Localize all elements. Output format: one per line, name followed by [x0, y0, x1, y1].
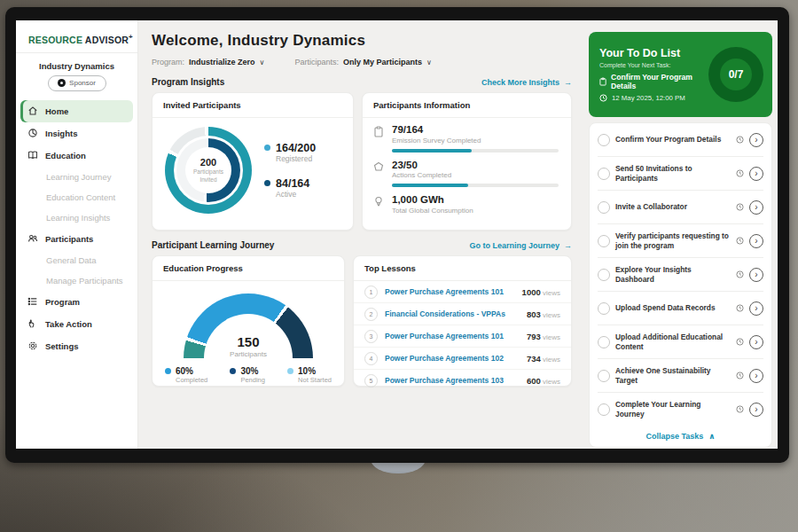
checkbox[interactable]: [598, 269, 610, 281]
participants-information-card: Participants Information 79/164 Emission…: [362, 92, 572, 231]
chevron-right-icon[interactable]: ›: [749, 234, 763, 248]
checkbox[interactable]: [598, 201, 610, 214]
todo-item-achieve-target[interactable]: Achieve One Sustainability Target ›: [598, 359, 763, 393]
arrow-right-icon: →: [564, 241, 572, 250]
collapse-label: Collapse Tasks: [645, 432, 703, 441]
monitor-bezel: RESOURCE ADVISOR+ Industry Dynamics Spon…: [5, 7, 789, 463]
checkbox[interactable]: [598, 134, 610, 146]
todo-item-invite-collaborator[interactable]: Invite a Collaborator ›: [598, 191, 763, 224]
program-filter-label: Program:: [152, 58, 184, 66]
chevron-right-icon[interactable]: ›: [749, 133, 763, 147]
sidebar-item-education-content[interactable]: Education Content: [16, 187, 137, 207]
education-icon: [27, 150, 38, 160]
legend-item: 10% Not Started: [287, 366, 332, 384]
todo-item-explore-insights[interactable]: Explore Your Insights Dashboard ›: [598, 258, 763, 292]
clock-icon: [736, 237, 744, 245]
todo-item-complete-learning-journey[interactable]: Complete Your Learning Journey ›: [598, 393, 763, 426]
card-title: Invited Participants: [153, 93, 353, 118]
clock-icon: [599, 94, 607, 102]
lesson-link[interactable]: Power Purchase Agreements 103: [385, 376, 520, 385]
todo-list-card: Confirm Your Program Details › Send 50 I…: [589, 122, 772, 448]
section-title: Participant Learning Journey: [152, 240, 274, 250]
sidebar-nav: Home Insights Education Learning Journey…: [16, 100, 137, 357]
todo-next-task: Confirm Your Program Details: [611, 73, 708, 90]
sponsor-label: Sponsor: [69, 79, 96, 87]
top-lessons-card: Top Lessons 1 Power Purchase Agreements …: [353, 255, 572, 387]
todo-title: Your To Do List: [599, 47, 708, 59]
sidebar-item-label: Settings: [45, 341, 78, 351]
chevron-right-icon[interactable]: ›: [749, 403, 763, 417]
survey-icon: [373, 124, 385, 153]
metric-row: 1,000 GWh Total Global Consumption: [373, 194, 559, 215]
legend-label: Not Started: [298, 376, 332, 384]
chevron-right-icon[interactable]: ›: [749, 301, 763, 316]
education-progress-card: Education Progress 150 Participants 60%: [152, 255, 345, 387]
sidebar-item-home[interactable]: Home: [20, 100, 133, 122]
sidebar-item-manage-participants[interactable]: Manage Participants: [16, 270, 137, 291]
lesson-link[interactable]: Power Purchase Agreements 102: [385, 354, 520, 363]
checkbox[interactable]: [598, 336, 610, 348]
metric-value: 79/164: [392, 124, 559, 136]
todo-item-label: Achieve One Sustainability Target: [615, 366, 731, 385]
lesson-link[interactable]: Power Purchase Agreements 101: [385, 332, 520, 340]
section-title: Program Insights: [152, 77, 224, 87]
todo-item-upload-educational-content[interactable]: Upload Additional Educational Content ›: [598, 325, 763, 359]
card-title: Education Progress: [153, 256, 344, 281]
todo-item-label: Upload Spend Data Records: [615, 303, 731, 313]
donut-center-label: Participants Invited: [185, 168, 231, 183]
sponsor-icon: [58, 79, 66, 87]
lesson-views: 793: [527, 332, 541, 341]
metric-row: 79/164 Emission Survey Completed: [373, 124, 559, 153]
chevron-down-icon: ∨: [426, 59, 432, 66]
clock-icon: [736, 405, 744, 413]
lesson-rank: 3: [364, 330, 378, 343]
todo-item-upload-spend-data[interactable]: Upload Spend Data Records ›: [598, 292, 763, 325]
views-suffix: views: [543, 356, 560, 364]
sidebar-item-participants[interactable]: Participants: [16, 228, 137, 250]
lesson-link[interactable]: Financial Considerations - VPPAs: [385, 309, 520, 318]
sidebar-item-insights[interactable]: Insights: [16, 122, 137, 145]
chevron-right-icon[interactable]: ›: [749, 167, 763, 181]
lesson-views: 600: [527, 376, 541, 386]
checkbox[interactable]: [598, 370, 610, 382]
lesson-row: 4 Power Purchase Agreements 102 734 view…: [354, 348, 571, 370]
lesson-link[interactable]: Power Purchase Agreements 101: [385, 287, 515, 296]
sidebar-item-education[interactable]: Education: [16, 145, 137, 167]
gauge-center-value: 150: [184, 334, 313, 349]
clock-icon: [736, 304, 744, 312]
education-progress-gauge: 150 Participants: [184, 293, 313, 358]
chevron-right-icon[interactable]: ›: [749, 268, 763, 282]
todo-item-confirm-program[interactable]: Confirm Your Program Details ›: [598, 123, 763, 157]
progress-fill: [392, 149, 472, 153]
participants-filter[interactable]: Participants: Only My Participants ∨: [294, 58, 431, 66]
gauge-legend: 60% Completed 30% Pending: [153, 358, 344, 384]
chevron-right-icon[interactable]: ›: [749, 200, 763, 215]
program-filter[interactable]: Program: Industrialize Zero ∨: [152, 58, 264, 66]
todo-item-verify-participants[interactable]: Verify participants requesting to join t…: [598, 224, 763, 258]
progress-track: [392, 149, 559, 153]
invited-participants-card: Invited Participants 200 Participants In…: [152, 92, 354, 231]
collapse-tasks-link[interactable]: Collapse Tasks ∧: [598, 426, 763, 447]
checkbox[interactable]: [598, 403, 610, 416]
sidebar-item-learning-journey[interactable]: Learning Journey: [16, 167, 137, 187]
checkbox[interactable]: [598, 235, 610, 247]
sidebar-item-general-data[interactable]: General Data: [16, 250, 137, 270]
checkbox[interactable]: [598, 168, 610, 180]
sidebar-item-label: Insights: [45, 129, 77, 138]
sidebar-item-settings[interactable]: Settings: [16, 335, 137, 357]
chevron-right-icon[interactable]: ›: [749, 369, 763, 383]
sidebar-item-learning-insights[interactable]: Learning Insights: [16, 207, 137, 228]
app-logo: RESOURCE ADVISOR+: [16, 29, 137, 53]
checkbox[interactable]: [598, 302, 610, 315]
sidebar-item-take-action[interactable]: Take Action: [16, 313, 137, 335]
todo-item-send-invitations[interactable]: Send 50 Invitations to Participants ›: [598, 157, 763, 191]
sidebar-item-program[interactable]: Program: [16, 291, 137, 313]
go-to-learning-journey-link[interactable]: Go to Learning Journey →: [469, 241, 572, 250]
views-suffix: views: [543, 333, 560, 341]
legend-item: 164/200 Registered: [264, 142, 316, 163]
lesson-rank: 4: [364, 352, 378, 365]
check-more-insights-link[interactable]: Check More Insights →: [481, 78, 572, 87]
legend-label: Active: [276, 190, 309, 199]
chevron-right-icon[interactable]: ›: [749, 335, 763, 349]
actions-icon: [373, 160, 385, 188]
